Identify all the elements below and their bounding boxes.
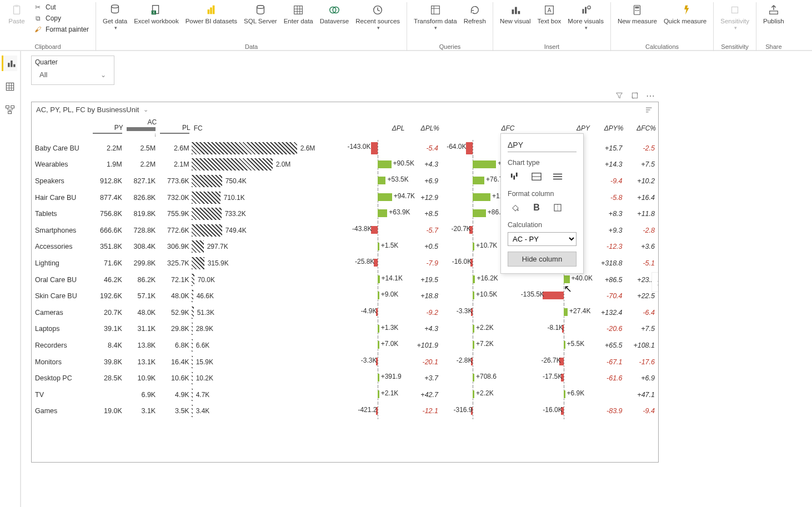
svg-point-2 <box>112 5 119 8</box>
svg-rect-14 <box>432 6 440 14</box>
enter-data-button[interactable]: Enter data <box>282 2 315 26</box>
calculator-icon <box>629 3 645 17</box>
more-visuals-icon <box>578 3 594 17</box>
transform-data-button[interactable]: Transform data <box>412 2 459 32</box>
cut-icon: ✂ <box>33 3 42 12</box>
svg-text:A: A <box>548 7 552 13</box>
quick-measure-icon <box>678 3 693 17</box>
publish-icon <box>766 3 781 17</box>
svg-rect-15 <box>512 9 514 14</box>
get-data-button[interactable]: Get data <box>101 2 129 32</box>
grid-icon <box>290 3 306 17</box>
paste-button[interactable]: Paste <box>4 2 29 26</box>
svg-point-27 <box>638 10 639 11</box>
text-box-button[interactable]: AText box <box>535 2 564 26</box>
transform-icon <box>428 3 443 17</box>
group-label: Clipboard <box>34 43 61 51</box>
refresh-button[interactable]: Refresh <box>462 2 488 26</box>
ribbon-group-share: Publish Share <box>756 2 791 51</box>
ribbon-group-queries: Transform data Refresh Queries <box>407 2 493 51</box>
new-measure-button[interactable]: New measure <box>615 2 659 26</box>
recent-icon <box>370 3 385 17</box>
database-icon <box>107 3 123 17</box>
svg-rect-20 <box>582 9 584 13</box>
excel-icon: X <box>148 3 164 17</box>
sensitivity-button[interactable]: Sensitivity <box>718 2 751 32</box>
paste-icon <box>9 3 24 17</box>
ribbon-group-calculations: New measure Quick measure Calculations <box>611 2 714 51</box>
sql-icon <box>253 3 268 17</box>
svg-rect-28 <box>732 7 738 13</box>
brush-icon: 🖌 <box>33 25 42 34</box>
svg-rect-7 <box>210 7 213 14</box>
more-visuals-button[interactable]: More visuals <box>565 2 606 32</box>
ribbon: Paste ✂Cut ⧉Copy 🖌Format painter Clipboa… <box>0 0 812 51</box>
svg-point-9 <box>257 6 264 9</box>
svg-rect-8 <box>213 6 215 14</box>
dataverse-icon <box>327 3 342 17</box>
svg-rect-10 <box>294 6 303 14</box>
ribbon-group-sensitivity: Sensitivity Sensitivity <box>714 2 756 51</box>
powerbi-icon <box>203 3 219 17</box>
sensitivity-icon <box>727 3 743 17</box>
svg-rect-0 <box>14 6 20 14</box>
svg-rect-16 <box>515 7 517 14</box>
ribbon-group-data: Get data XExcel workbook Power BI datase… <box>96 2 407 51</box>
sql-server-button[interactable]: SQL Server <box>242 2 279 26</box>
recent-sources-button[interactable]: Recent sources <box>353 2 402 32</box>
chart-icon <box>508 3 523 17</box>
svg-rect-24 <box>635 7 639 9</box>
copy-icon: ⧉ <box>33 14 42 23</box>
paste-label: Paste <box>8 18 24 25</box>
cut-button[interactable]: ✂Cut <box>31 2 91 12</box>
ribbon-group-insert: New visual AText box More visuals Insert <box>493 2 611 51</box>
new-visual-button[interactable]: New visual <box>498 2 533 26</box>
svg-text:X: X <box>153 11 156 14</box>
svg-point-26 <box>636 10 638 11</box>
excel-button[interactable]: XExcel workbook <box>132 2 181 26</box>
text-icon: A <box>542 3 557 17</box>
svg-rect-1 <box>15 5 18 7</box>
svg-rect-6 <box>208 9 210 14</box>
svg-rect-29 <box>770 11 778 14</box>
format-painter-button[interactable]: 🖌Format painter <box>31 24 91 34</box>
svg-rect-17 <box>518 11 520 14</box>
svg-point-22 <box>587 6 590 9</box>
dataverse-button[interactable]: Dataverse <box>318 2 351 26</box>
svg-point-25 <box>635 10 636 11</box>
svg-rect-21 <box>585 7 587 14</box>
publish-button[interactable]: Publish <box>761 2 786 26</box>
refresh-icon <box>467 3 483 17</box>
ribbon-group-clipboard: Paste ✂Cut ⧉Copy 🖌Format painter Clipboa… <box>0 2 96 51</box>
quick-measure-button[interactable]: Quick measure <box>661 2 709 26</box>
powerbi-datasets-button[interactable]: Power BI datasets <box>183 2 239 26</box>
copy-button[interactable]: ⧉Copy <box>31 13 91 23</box>
